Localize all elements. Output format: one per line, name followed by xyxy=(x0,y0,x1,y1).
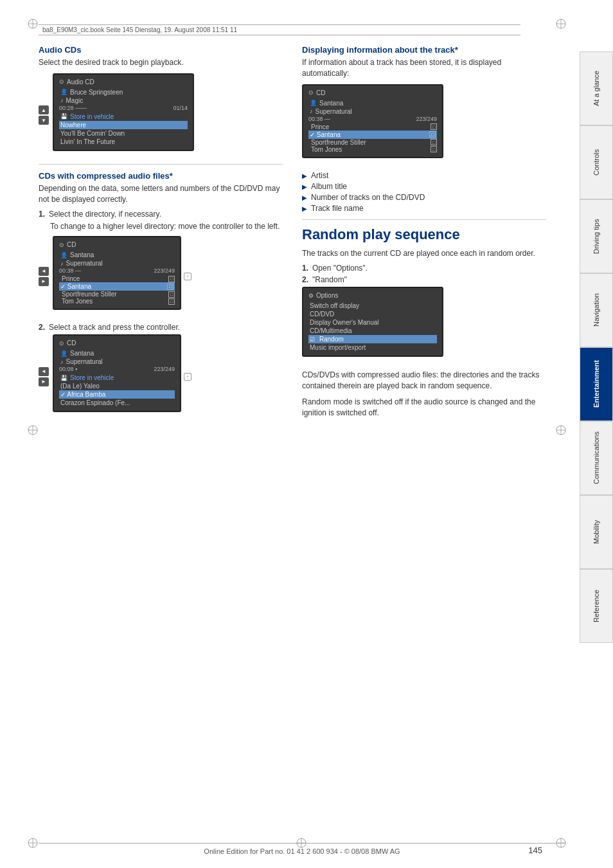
s1-tom-row: Tom Jones □ xyxy=(59,298,175,305)
reg-mark-tr xyxy=(555,18,567,30)
random-play-intro: The tracks on the current CD are played … xyxy=(302,248,546,259)
opt-switch-off: Switch off display xyxy=(308,302,437,310)
screen-row-nowhere: Nowhere xyxy=(59,121,188,129)
screen-row-comin: You'll Be Comin' Down xyxy=(59,129,188,138)
reg-mark-bc xyxy=(296,837,307,849)
ti-time: 00:38 —223/249 xyxy=(308,116,437,122)
tab-navigation[interactable]: Navigation xyxy=(580,273,613,347)
step-2-num: 2. xyxy=(39,323,45,332)
screen1-title: ⊙ CD xyxy=(59,241,175,248)
s2-time: 00:08 ▪223/249 xyxy=(59,366,175,372)
track-info-screen-wrapper: ⊙ CD 👤Santana ♪Supernatural 00:38 —223/2… xyxy=(302,84,546,165)
track-info-screen: ⊙ CD 👤Santana ♪Supernatural 00:38 —223/2… xyxy=(302,84,443,158)
random-body3: Random mode is switched off if the audio… xyxy=(302,397,546,419)
s1-time: 00:38 —223/249 xyxy=(59,267,175,274)
s2-africa: ✓ Africa Bamba xyxy=(59,390,175,399)
nav2-left[interactable]: ◄ xyxy=(39,367,49,376)
plus-btn-1[interactable]: + xyxy=(184,273,191,280)
nav-down-btn[interactable]: ▼ xyxy=(39,116,49,125)
reg-mark-tl xyxy=(27,18,39,30)
opt-random: ☑ Random xyxy=(308,335,437,343)
s1-artist: 👤Santana xyxy=(59,251,175,259)
tab-mobility[interactable]: Mobility xyxy=(580,495,613,569)
cds-compressed-body: Depending on the data, some letters and … xyxy=(39,183,283,205)
step-2-item: 2. Select a track and press the controll… xyxy=(39,323,283,332)
random-body2: CDs/DVDs with compressed audio files: th… xyxy=(302,370,546,392)
file-icon-2: □ xyxy=(167,284,173,290)
audio-cds-section: Audio CDs Select the desired track to be… xyxy=(39,45,283,158)
random-step-1-num: 1. xyxy=(302,264,308,273)
options-title: ⚙ Options xyxy=(308,292,437,299)
nav1-down[interactable]: ► xyxy=(39,277,49,286)
cds-compressed-heading: CDs with compressed audio files* xyxy=(39,171,283,181)
random-play-heading: Random play sequence xyxy=(302,226,546,243)
side-tabs: At a glance Controls Driving tips Naviga… xyxy=(580,51,613,643)
bullet-tracks: ▶ Number of tracks on the CD/DVD xyxy=(302,193,546,202)
tab-entertainment[interactable]: Entertainment xyxy=(580,347,613,421)
plus-btn-2[interactable]: + xyxy=(184,373,191,381)
main-content: Audio CDs Select the desired track to be… xyxy=(39,45,565,829)
audio-cd-screen-wrapper: ▲ ▼ ⊙ Audio CD 👤 Bruce Springsteen ♪ Mag… xyxy=(39,73,283,158)
tab-at-a-glance[interactable]: At a glance xyxy=(580,51,613,125)
tab-communications[interactable]: Communications xyxy=(580,421,613,495)
screen1-nav-right: + xyxy=(184,273,191,280)
fi-4: □ xyxy=(431,146,437,152)
random-step-1-text: Open "Options". xyxy=(312,264,368,273)
s2-album: ♪Supernatural xyxy=(59,357,175,366)
screen2-nav: ◄ ► xyxy=(39,367,49,386)
options-screen-wrapper: ⚙ Options Switch off display CD/DVD Disp… xyxy=(302,287,546,363)
left-column: Audio CDs Select the desired track to be… xyxy=(39,45,283,425)
opt-import: Music import/export xyxy=(308,343,437,352)
ti-prince: Prince □ xyxy=(308,123,437,131)
step-2-text: Select a track and press the controller. xyxy=(49,323,180,332)
screen-title: ⊙ Audio CD xyxy=(59,78,188,86)
screen2-nav-right: + xyxy=(184,373,191,381)
file-icon-1: □ xyxy=(168,276,175,282)
opt-cddvd: CD/DVD xyxy=(308,310,437,318)
s1-sport-row: Sportfreunde Stiller □ xyxy=(59,291,175,298)
screen-row-artist: 👤 Bruce Springsteen xyxy=(59,88,188,96)
reg-mark-bl xyxy=(27,837,39,849)
file-icon-3: □ xyxy=(168,291,175,298)
nav-up-btn[interactable]: ▲ xyxy=(39,105,49,114)
step-1-num: 1. xyxy=(39,210,45,219)
file-icon-4: □ xyxy=(168,298,175,305)
random-play-section: Random play sequence The tracks on the c… xyxy=(302,226,546,419)
screen-row-album: ♪ Magic xyxy=(59,96,188,105)
s1-santana-row: ✓ Santana □ xyxy=(59,282,175,291)
step-1-text: Select the directory, if necessary. xyxy=(49,210,161,219)
file-info-bar: ba8_E90M3_cic.book Seite 145 Dienstag, 1… xyxy=(39,24,520,35)
track-info-body: If information about a track has been st… xyxy=(302,57,546,79)
s2-store: 💾Store in vehicle xyxy=(59,374,175,382)
track-info-heading: Displaying information about the track* xyxy=(302,45,546,55)
screen2-title: ⊙ CD xyxy=(59,339,175,347)
fi-3: □ xyxy=(431,139,437,145)
nav1-up[interactable]: ◄ xyxy=(39,267,49,276)
cd-icon: ⊙ xyxy=(59,78,64,85)
screen-row-livin: Livin' In The Future xyxy=(59,138,188,146)
divider-1 xyxy=(39,164,283,165)
tab-driving-tips[interactable]: Driving tips xyxy=(580,199,613,273)
arrow-icon-2: ▶ xyxy=(302,183,307,190)
tab-reference[interactable]: Reference xyxy=(580,569,613,643)
ti-album: ♪Supernatural xyxy=(308,107,437,116)
step-1-sub: To change to a higher level directory: m… xyxy=(50,221,283,232)
cd-screen2-wrapper: ◄ ► ⊙ CD 👤Santana ♪Supernatural 00 xyxy=(39,334,283,419)
cd-screen-1: ⊙ CD 👤Santana ♪Supernatural 00:38 —223/2… xyxy=(53,236,181,310)
bullet-album: ▶ Album title xyxy=(302,182,546,191)
random-step-2-num: 2. xyxy=(302,275,308,284)
bullet-filename: ▶ Track file name xyxy=(302,204,546,213)
random-step-2: 2. "Random" xyxy=(302,275,546,284)
audio-cds-body: Select the desired track to begin playba… xyxy=(39,57,283,68)
s2-corazon: Corazon Espinado (Fe... xyxy=(59,399,175,407)
divider-2 xyxy=(302,219,546,220)
track-info-section: Displaying information about the track* … xyxy=(302,45,546,213)
tab-controls[interactable]: Controls xyxy=(580,125,613,199)
screen-row-store: 💾 Store in vehicle xyxy=(59,113,188,121)
ti-santana: ✓ Santana □ xyxy=(308,131,437,139)
nav2-right[interactable]: ► xyxy=(39,377,49,386)
ti-screen-title: ⊙ CD xyxy=(308,89,437,96)
s2-dale: (Da Le) Yaleo xyxy=(59,382,175,390)
audio-cd-screen: ⊙ Audio CD 👤 Bruce Springsteen ♪ Magic 0… xyxy=(53,73,194,151)
reg-mark-ml xyxy=(27,424,39,436)
